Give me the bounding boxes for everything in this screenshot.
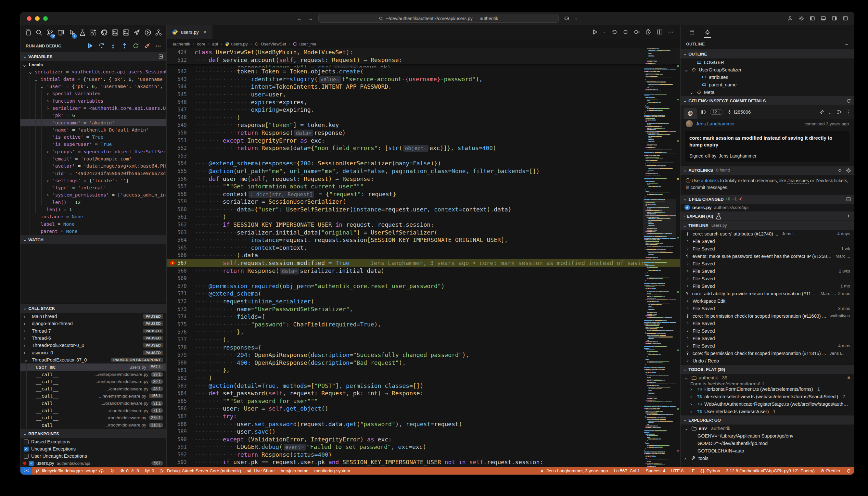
section-header-todos-flat-39-[interactable]: ⌄TODOS: FLAT (39) <box>681 365 854 374</box>
variable-row[interactable]: len() = 1 <box>20 206 166 213</box>
commit-sha[interactable]: f285096 <box>727 109 751 115</box>
variable-row[interactable]: ›function variables <box>20 97 166 104</box>
debug-disconnect-icon[interactable] <box>144 43 151 49</box>
code-line[interactable]: 550············return Response(data=resp… <box>167 129 680 137</box>
secondary-tab-outline-tab[interactable] <box>703 27 712 37</box>
status-item-remote-indicator[interactable]: >< <box>20 467 32 475</box>
secondary-tab-panel[interactable] <box>688 27 696 37</box>
jira-issues-link[interactable]: Jira issues <box>788 178 809 184</box>
gitlens-tab[interactable]: @ <box>684 108 697 119</box>
code-line[interactable]: 545················user=user, <box>167 91 680 98</box>
code-line[interactable]: 547················expiring=expiring, <box>167 106 680 114</box>
more-actions-icon[interactable]: ⋯ <box>844 42 849 47</box>
debug-restart-icon[interactable] <box>133 43 139 49</box>
copilot-icon[interactable] <box>564 16 570 21</box>
status-item-python[interactable]: { }Python <box>697 467 723 475</box>
code-line[interactable]: 579············204: OpenApiResponse(desc… <box>167 351 680 359</box>
variable-row[interactable]: label = None <box>20 220 166 228</box>
code-editor[interactable]: 424class UserViewSet(UsedByMixin, ModelV… <box>167 48 680 467</box>
call-stack-thread[interactable]: ›MainThreadPAUSED <box>20 313 166 320</box>
breakpoint-checkbox[interactable]: ✓ <box>24 447 29 451</box>
debug-step-out-icon[interactable] <box>121 43 128 49</box>
breakpoint-checkbox[interactable]: ✓ <box>29 461 34 466</box>
variable-row[interactable]: instance = None <box>20 213 166 220</box>
changed-file-row[interactable]: ±users.pyauthentik/core/api <box>681 204 854 211</box>
breakpoint-checkbox[interactable] <box>24 439 29 444</box>
todos-item-partial[interactable]: Form.ts (web/src/elements/forms) 1 <box>681 381 854 385</box>
breadcrumb[interactable]: authentik›core›api›users.py›UserViewSet›… <box>167 39 680 48</box>
close-window-button[interactable] <box>27 16 31 21</box>
variable-row[interactable]: 'type' = 'internal' <box>20 184 166 191</box>
compare-icon[interactable] <box>701 109 706 115</box>
todos-item[interactable]: ›TSHorizontalFormElement.ts (web/src/ele… <box>681 385 854 393</box>
author-link[interactable]: Jens Langhammer <box>696 121 735 126</box>
outline-item[interactable]: LOGGER <box>681 59 854 66</box>
arrow-left-icon[interactable]: ← <box>828 109 833 115</box>
activity-item-search[interactable] <box>34 28 43 38</box>
activity-item-pull-request[interactable] <box>111 28 120 38</box>
status-item-0[interactable]: 0 <box>142 467 157 475</box>
close-icon[interactable]: ✕ <box>203 30 207 35</box>
timeline-item[interactable]: File Saved <box>681 327 854 335</box>
timeline-item[interactable]: File Saved <box>681 237 854 245</box>
variables-section-header[interactable]: ⌄ VARIABLES <box>20 52 166 61</box>
call-stack-frame[interactable]: user_meusers.py567:1 <box>20 363 166 371</box>
code-line[interactable]: 565················context=context, <box>167 244 680 252</box>
status-item-0[interactable]: ⊗0⚠0 <box>118 467 142 475</box>
variable-row[interactable]: 'name' = 'authentik Default Admin' <box>20 126 166 134</box>
breadcrumb-item-api[interactable]: api <box>212 42 218 46</box>
diamond-icon[interactable] <box>837 168 842 173</box>
timeline-item[interactable]: File Saved4 mos <box>681 342 854 350</box>
status-item-beryjuio-home[interactable]: beryjuio-home <box>278 467 311 475</box>
minimap[interactable] <box>643 48 676 467</box>
activity-item-pull-request-draft[interactable] <box>122 28 130 38</box>
editor-action-more-icon[interactable]: ⋯ <box>668 29 674 35</box>
code-line[interactable]: 573············name="UserPasswordSetSeri… <box>167 305 680 313</box>
variable-row[interactable]: 'uid' = '49d24724dfa590a20fb5961e9c6673c… <box>20 170 166 177</box>
code-line[interactable]: 553 <box>167 152 680 160</box>
outline-item[interactable]: attributes <box>681 73 854 81</box>
overview-ruler[interactable] <box>676 48 680 467</box>
variable-row[interactable]: 'avatar' = 'data:image/svg+xml;base64,PH… <box>20 162 166 170</box>
code-line[interactable]: 589············user.save() <box>167 428 680 436</box>
variable-row[interactable]: len() = 12 <box>20 199 166 206</box>
timeline-item[interactable]: File Saved <box>681 260 854 267</box>
graph-icon[interactable] <box>837 109 842 115</box>
code-line[interactable]: 556····def user_me(self, request: Reques… <box>167 175 680 183</box>
code-line[interactable]: 563············serializer.initial_data["… <box>167 229 680 236</box>
variable-row[interactable]: 'is_active' = True <box>20 134 166 141</box>
code-line[interactable]: 574············fields={ <box>167 313 680 321</box>
code-line[interactable]: 566············).data <box>167 251 680 259</box>
timeline-item[interactable]: Undo / Redo <box>681 357 854 365</box>
activity-item-beaker[interactable] <box>78 28 87 38</box>
variable-row[interactable]: ⌄initial_data = {'user': {'pk': 6, 'user… <box>20 76 166 83</box>
go-tools-row[interactable]: ›tools <box>681 454 854 462</box>
layout-custom-icon[interactable] <box>843 16 848 21</box>
timeline-item[interactable]: File Saved2 wks <box>681 267 854 275</box>
breakpoint-checkbox[interactable] <box>24 454 29 459</box>
layout-panel-icon[interactable] <box>821 16 826 21</box>
go-env-row[interactable]: ⌄envauthentik <box>681 424 854 432</box>
outline-item[interactable]: ⌄Meta <box>681 88 854 96</box>
code-line[interactable]: 576············}, <box>167 328 680 336</box>
variable-row[interactable]: ›'groups' = <generator object UserSelfSe… <box>20 148 166 155</box>
layout-right-icon[interactable] <box>832 16 837 21</box>
timeline-item[interactable]: File Saved3 mos <box>681 305 854 312</box>
status-item-debug-attach-server-core-authe[interactable]: Debug: Attach Server Core (authentik) <box>157 467 244 475</box>
section-header-autolinks[interactable]: ⌄AUTOLINKS0 found <box>681 165 854 175</box>
code-line[interactable]: ············response["group_pk"] = str(o… <box>167 64 680 67</box>
breadcrumb-item-userviewset[interactable]: UserViewSet <box>254 42 286 46</box>
activity-item-remote[interactable] <box>56 28 65 38</box>
breadcrumb-item-user-me[interactable]: user_me <box>293 42 316 46</box>
section-header-1-file-changed[interactable]: ⌄1 FILE CHANGED+0~1-0 <box>681 194 854 204</box>
editor-action-split-editor-icon[interactable] <box>656 29 663 35</box>
timeline-item[interactable]: File Saved <box>681 320 854 327</box>
status-item-lifecycle-fix-debugger-setup-[interactable]: lifecycle/fix-debugger-setup* <box>32 467 107 475</box>
nav-forward-icon[interactable]: → <box>308 15 313 22</box>
variable-row[interactable]: parent = None <box>20 228 166 235</box>
debug-more-icon[interactable]: ⋯ <box>155 43 161 49</box>
watch-section-header[interactable]: ⌄WATCH <box>20 235 166 244</box>
code-line[interactable]: 555····@action(url_path="me", url_name="… <box>167 167 680 175</box>
breakpoint-row[interactable]: Raised Exceptions <box>20 438 166 445</box>
refresh-icon[interactable] <box>846 98 851 103</box>
